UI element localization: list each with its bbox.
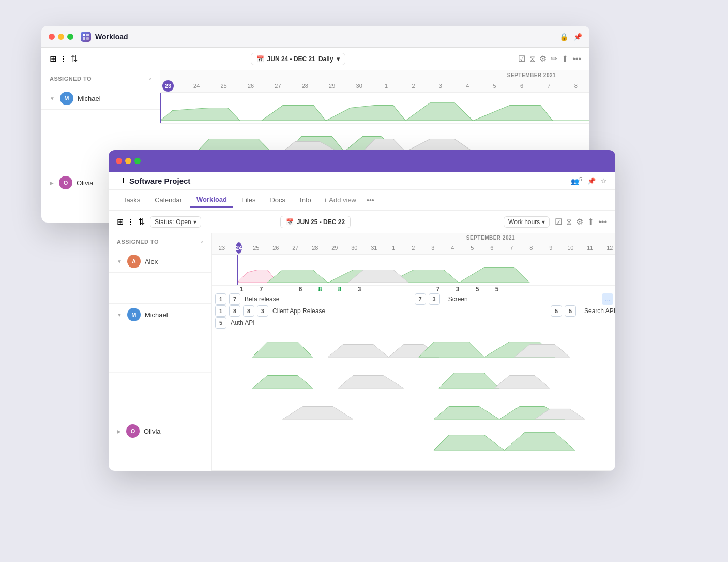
date-range-selector-1[interactable]: 📅 JUN 24 - DEC 21 Daily ▾ [251,53,345,65]
auth-api-label: Auth API [228,319,255,327]
today-date-2: 24 [236,242,242,254]
date-25: 25 [210,83,237,89]
tab-info[interactable]: Info [294,193,317,207]
settings-icon[interactable]: ⚙ [539,54,547,64]
d-s10: 10 [560,245,580,251]
more-icon[interactable]: ••• [572,54,581,64]
task-row-1-spacer [109,339,211,356]
collapse-sidebar-icon-2[interactable]: ‹ [201,239,203,245]
avatar-michael-2: M [127,308,141,321]
tab-tasks[interactable]: Tasks [117,193,146,207]
filter-icon-3[interactable]: ⫶ [129,217,133,227]
n-8b: 8 [330,286,350,293]
auth-badges-left: 5 [214,317,228,329]
task-row-client-app: 1 8 8 3 Client App Release 5 5 Search AP… [212,305,615,317]
work-hours-label: Work hours [508,218,540,226]
client-badges-left: 1 8 8 3 [214,305,269,317]
sidebar-person-michael-1[interactable]: ▼ M Michael [41,87,160,110]
beta-badges-right: 7 3 [414,293,441,305]
olivia-chart-spacer [109,442,211,471]
svg-marker-15 [252,376,313,389]
chart-spacer-michael-1 [41,110,160,141]
n-8a: 8 [310,286,330,293]
sidebar-olivia-2[interactable]: ▶ O Olivia [109,420,211,442]
n-1: 1 [232,286,251,293]
pin-icon: 📌 [573,33,582,41]
d-s7: 7 [502,245,521,251]
add-view-btn[interactable]: + Add view [320,193,360,207]
mathew-chart-row [212,391,615,422]
avatar-michael-1: M [60,92,73,105]
checkbox-icon[interactable]: ☑ [518,54,525,64]
toolbar-1: ⊞ ⫶ ⇅ 📅 JUN 24 - DEC 21 Daily ▾ ☑ ⧖ ⚙ ✏ … [41,48,589,70]
filter-icon[interactable]: ⫶ [62,54,66,64]
maximize-btn[interactable] [67,34,73,40]
main-content-2: ASSIGNED TO ‹ ▼ A Alex ▼ M Michael [109,233,615,471]
layout-icon[interactable]: ⊞ [50,54,56,64]
star-icon[interactable]: ☆ [601,177,607,185]
status-filter[interactable]: Status: Open ▾ [150,216,201,228]
expand-olivia-2: ▶ [117,428,121,434]
calendar-icon-2: 📅 [286,218,294,226]
team-icon[interactable]: 👥5 [571,176,582,185]
date-29: 29 [318,83,345,89]
share-icon-2[interactable]: ⬆ [587,217,594,227]
tab-workload[interactable]: Workload [190,193,233,208]
project-header: 🖥 Software Project 👥5 📌 ☆ [109,172,615,190]
badge-7r: 7 [415,293,426,305]
date-5: 5 [481,83,508,89]
close-btn[interactable] [49,34,55,40]
n-7: 7 [251,286,271,293]
settings-icon-2[interactable]: ⚙ [576,217,583,227]
sort-icon-2[interactable]: ⇅ [138,217,145,227]
alex-chart-row [212,255,615,286]
sidebar-alex[interactable]: ▼ A Alex [109,250,211,273]
tab-docs[interactable]: Docs [264,193,292,207]
n-3a: 3 [350,286,369,293]
svg-marker-11 [252,342,313,358]
avatar-olivia-2: O [126,424,140,438]
collapse-sidebar-icon[interactable]: ‹ [149,76,151,82]
d-s6: 6 [482,245,502,251]
michael-numbers-row: 1 7 6 8 8 3 7 3 5 5 [212,286,615,293]
more-views-btn[interactable]: ••• [362,194,378,206]
share-icon[interactable]: ⬆ [562,54,568,64]
maximize-btn-2[interactable] [134,158,141,164]
titlebar-2 [109,150,615,172]
assigned-to-label-2: ASSIGNED TO [117,239,159,245]
lock-icon: 🔒 [559,33,568,41]
today-line-2 [237,255,238,285]
today-line-1 [160,93,161,123]
minimize-btn-2[interactable] [125,158,131,164]
assigned-to-label-1: ASSIGNED TO [50,76,92,82]
toolbar-actions-1: ☑ ⧖ ⚙ ✏ ⬆ ••• [518,54,581,64]
date-6: 6 [508,83,535,89]
badge-5b: 5 [565,305,576,317]
pin-icon-2[interactable]: 📌 [587,177,596,185]
sidebar-michael-2[interactable]: ▼ M Michael [109,304,211,326]
close-btn-2[interactable] [116,158,122,164]
filter-icon-2[interactable]: ⧖ [529,54,535,64]
date-30: 30 [345,83,372,89]
badge-screen-r: … [602,293,613,305]
tab-calendar[interactable]: Calendar [148,193,188,207]
dates-row-2: 23 24 25 26 27 28 29 30 31 1 2 3 4 5 [212,242,615,254]
d-s3: 3 [423,245,443,251]
d-27: 27 [285,245,305,251]
date-range-selector-2[interactable]: 📅 JUN 25 - DEC 22 [280,216,351,228]
n-5a: 5 [467,286,487,293]
today-date-1: 23 [162,80,174,92]
work-hours-filter[interactable]: Work hours ▾ [504,216,550,228]
minimize-btn[interactable] [58,34,64,40]
layout-icon-2[interactable]: ⊞ [117,217,124,227]
more-icon-2[interactable]: ••• [598,217,607,227]
sort-icon[interactable]: ⇅ [71,54,78,64]
tab-files[interactable]: Files [235,193,262,207]
checkbox-icon-2[interactable]: ☑ [555,217,562,227]
date-header-2: SEPTEMBER 2021 23 24 25 26 27 28 29 30 3… [212,233,615,255]
client-app-label: Client App Release [269,307,325,315]
edit-icon[interactable]: ✏ [551,54,557,64]
filter-icon-4[interactable]: ⧖ [566,217,572,227]
d-s1: 1 [384,245,403,251]
chart-row-michael-1 [160,93,589,124]
